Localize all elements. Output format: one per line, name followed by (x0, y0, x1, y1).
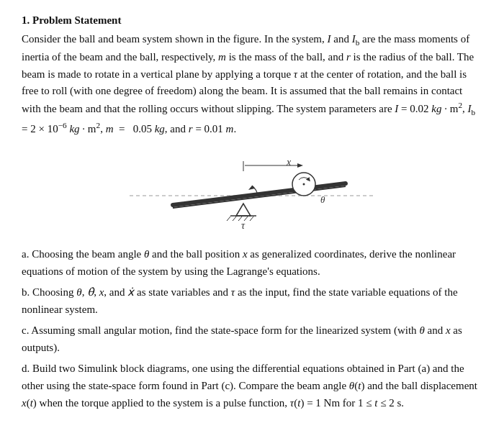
question-c: c. Assuming small angular motion, find t… (22, 322, 482, 356)
svg-marker-3 (236, 204, 251, 216)
svg-line-2 (173, 186, 346, 208)
svg-marker-15 (297, 163, 303, 168)
svg-line-6 (233, 217, 236, 221)
svg-text:τ: τ (241, 220, 246, 230)
questions-section: a. Choosing the beam angle θ and the bal… (22, 245, 482, 411)
question-d: d. Build two Simulink block diagrams, on… (22, 360, 482, 411)
svg-line-1 (173, 183, 346, 205)
are-the-text: are the (362, 33, 391, 45)
question-a: a. Choosing the beam angle θ and the bal… (22, 245, 482, 280)
problem-title: 1. Problem Statement (22, 14, 482, 27)
svg-text:θ: θ (320, 194, 325, 205)
question-b: b. Choosing θ, θ̇, x, and ẋ as state var… (22, 283, 482, 318)
svg-point-11 (303, 183, 305, 185)
problem-body: Consider the ball and beam system shown … (22, 31, 482, 137)
ball-beam-diagram: x τ θ (130, 151, 374, 230)
diagram-container: x τ θ (22, 147, 482, 234)
svg-marker-18 (248, 186, 255, 190)
svg-text:x: x (286, 157, 292, 168)
svg-line-5 (227, 217, 230, 221)
svg-line-9 (250, 217, 253, 221)
problem-statement: 1. Problem Statement Consider the ball a… (22, 14, 482, 411)
